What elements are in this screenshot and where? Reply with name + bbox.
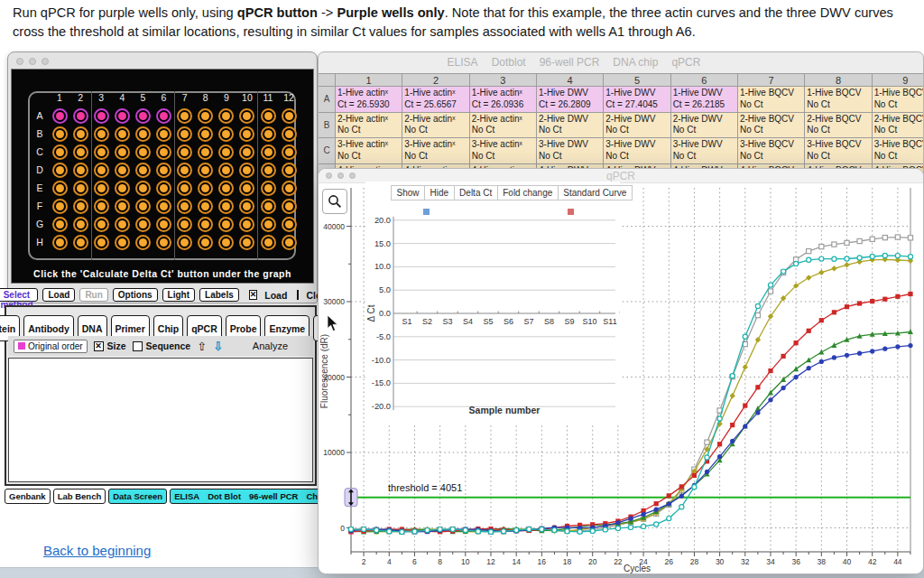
well-data-cell-C6[interactable]: 3-Hive DWVNo Ct — [671, 138, 738, 164]
well-H10[interactable] — [239, 235, 254, 250]
well-D4[interactable] — [115, 163, 130, 178]
well-data-cell-B5[interactable]: 2-Hive DWVNo Ct — [604, 113, 670, 139]
well-data-cell-C3[interactable]: 3-Hive actinˣNo Ct — [470, 138, 537, 164]
well-F12[interactable] — [282, 199, 297, 214]
plate-button-options[interactable]: Options — [113, 288, 158, 302]
well-D7[interactable] — [177, 163, 192, 178]
plate-button-select-method[interactable]: Select method — [0, 288, 38, 302]
well-data-cell-C8[interactable]: 3-Hive BQCVNo Ct — [805, 138, 872, 164]
well-D5[interactable] — [135, 163, 151, 178]
well-C5[interactable] — [135, 144, 151, 160]
well-B10[interactable] — [239, 126, 254, 142]
well-data-cell-A5[interactable]: 1-Hive DWVCt = 27.4045 — [604, 87, 670, 113]
plate-checkbox-clear[interactable] — [297, 290, 299, 300]
sort-ascending-icon[interactable]: ⇧ — [197, 340, 207, 353]
well-data-cell-B7[interactable]: 2-Hive BQCVNo Ct — [738, 113, 805, 139]
delta-button-show[interactable]: Show — [391, 185, 425, 200]
well-C9[interactable] — [218, 144, 234, 160]
well-data-cell-B2[interactable]: 2-Hive actinˣNo Ct — [402, 113, 469, 139]
tab-genbank[interactable]: Genbank — [5, 489, 51, 504]
well-D8[interactable] — [198, 163, 213, 178]
well-D11[interactable] — [261, 163, 276, 178]
delta-button-fold-change[interactable]: Fold change — [497, 185, 559, 200]
size-checkbox[interactable]: ✕ — [94, 341, 104, 351]
well-E6[interactable] — [156, 181, 171, 196]
well-data-cell-B4[interactable]: 2-Hive DWVNo Ct — [537, 113, 604, 139]
well-data-cell-A6[interactable]: 1-Hive DWVCt = 26.2185 — [671, 87, 738, 113]
tab-lab-bench[interactable]: Lab Bench — [53, 489, 106, 504]
well-data-cell-B1[interactable]: 2-Hive actinˣNo Ct — [336, 113, 402, 139]
well-A7[interactable] — [177, 108, 192, 124]
well-H9[interactable] — [218, 235, 234, 250]
well-E8[interactable] — [198, 181, 213, 196]
well-B5[interactable] — [135, 126, 151, 142]
well-H3[interactable] — [94, 235, 109, 250]
well-G10[interactable] — [239, 217, 254, 232]
sort-descending-icon[interactable]: ⇩ — [213, 340, 223, 353]
well-F7[interactable] — [177, 199, 192, 214]
data-title-tab-elisa[interactable]: ELISA — [448, 56, 478, 69]
data-title-tab-dotblot[interactable]: Dotblot — [492, 56, 526, 69]
well-G5[interactable] — [135, 217, 151, 232]
well-H8[interactable] — [198, 235, 213, 250]
well-data-cell-C9[interactable]: 3-Hive BQCVNo Ct — [873, 138, 924, 164]
well-B8[interactable] — [198, 126, 213, 142]
well-data-cell-A8[interactable]: 1-Hive BQCVNo Ct — [805, 87, 872, 113]
tab-96-well-pcr[interactable]: 96-well PCR — [249, 491, 298, 502]
well-F8[interactable] — [198, 199, 213, 214]
well-A3[interactable] — [94, 108, 109, 124]
tab-data-screen[interactable]: Data Screen — [108, 489, 167, 504]
well-data-cell-C5[interactable]: 3-Hive DWVNo Ct — [604, 138, 670, 164]
delta-button-delta-ct[interactable]: Delta Ct — [454, 185, 498, 200]
back-to-beginning-link[interactable]: Back to beginning — [43, 543, 151, 558]
well-H1[interactable] — [52, 235, 68, 250]
well-G2[interactable] — [73, 217, 88, 232]
well-E5[interactable] — [135, 181, 151, 196]
well-C7[interactable] — [177, 144, 192, 160]
original-order-button[interactable]: Original order — [14, 340, 88, 353]
well-data-cell-C1[interactable]: 3-Hive actinˣNo Ct — [336, 138, 402, 164]
well-data-cell-C4[interactable]: 3-Hive DWVNo Ct — [537, 138, 604, 164]
well-F1[interactable] — [52, 199, 68, 214]
data-title-tab-96-well-pcr[interactable]: 96-well PCR — [540, 56, 600, 69]
well-H12[interactable] — [282, 235, 297, 250]
well-data-cell-B3[interactable]: 2-Hive actinˣNo Ct — [470, 113, 537, 139]
well-F4[interactable] — [115, 199, 130, 214]
well-E3[interactable] — [94, 181, 109, 196]
well-F2[interactable] — [73, 199, 88, 214]
sequence-checkbox[interactable] — [133, 341, 143, 351]
well-A10[interactable] — [239, 108, 254, 124]
well-B11[interactable] — [261, 126, 276, 142]
well-B6[interactable] — [156, 126, 171, 142]
well-H11[interactable] — [261, 235, 276, 250]
well-G8[interactable] — [198, 217, 213, 232]
well-H5[interactable] — [135, 235, 151, 250]
close-window-icon[interactable] — [16, 58, 23, 65]
delta-button-hide[interactable]: Hide — [424, 185, 455, 200]
well-E2[interactable] — [73, 181, 88, 196]
delta-button-standard-curve[interactable]: Standard Curve — [558, 185, 633, 200]
well-data-cell-A4[interactable]: 1-Hive DWVCt = 26.2809 — [537, 87, 604, 113]
well-D10[interactable] — [239, 163, 254, 178]
well-E11[interactable] — [261, 181, 276, 196]
well-G12[interactable] — [282, 217, 297, 232]
minimize-window-icon[interactable] — [29, 58, 36, 65]
well-A1[interactable] — [52, 108, 68, 124]
well-B9[interactable] — [218, 126, 234, 142]
well-B12[interactable] — [282, 126, 297, 142]
well-E7[interactable] — [177, 181, 192, 196]
well-A8[interactable] — [198, 108, 213, 124]
well-data-cell-B6[interactable]: 2-Hive DWVNo Ct — [671, 113, 738, 139]
well-data-cell-A1[interactable]: 1-Hive actinˣCt = 26.5930 — [336, 87, 402, 113]
well-A9[interactable] — [218, 108, 234, 124]
well-B3[interactable] — [94, 126, 109, 142]
data-title-tab-qpcr[interactable]: qPCR — [671, 56, 700, 69]
sample-list-box[interactable] — [8, 358, 313, 482]
zoom-window-icon[interactable] — [42, 58, 49, 65]
well-G3[interactable] — [94, 217, 109, 232]
well-C2[interactable] — [73, 144, 88, 160]
well-C12[interactable] — [282, 144, 297, 160]
plate-checkbox-load[interactable]: ✕ — [249, 290, 258, 300]
well-H2[interactable] — [73, 235, 88, 250]
well-B7[interactable] — [177, 126, 192, 142]
